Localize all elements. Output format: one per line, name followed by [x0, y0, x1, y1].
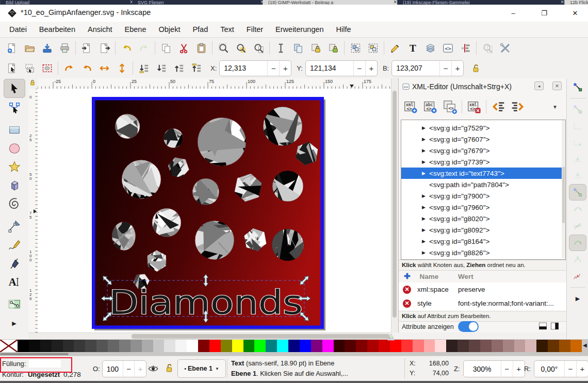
xml-tree-node[interactable]: ▶<svg:g id="g8826"> [401, 247, 562, 258]
find-icon[interactable] [479, 39, 496, 57]
palette-swatch[interactable] [435, 340, 446, 352]
tool-calligraphy[interactable] [4, 254, 25, 272]
palette-swatch[interactable] [480, 340, 492, 352]
tool-pen[interactable] [4, 217, 25, 235]
new-element-node-icon[interactable]: xml<> [401, 97, 420, 116]
expander-icon[interactable]: ▶ [422, 193, 429, 198]
zoom-selection-icon[interactable] [215, 39, 232, 57]
palette-swatch[interactable] [164, 340, 175, 352]
canvas-horizontal-scrollbar[interactable] [28, 332, 391, 340]
menu-pfad[interactable]: Pfad [186, 23, 214, 36]
undo-icon[interactable] [118, 39, 135, 57]
xml-tree-node[interactable]: ▶<svg:g id="g7900"> [401, 190, 562, 202]
rotate-ccw-icon[interactable] [60, 59, 78, 77]
palette-swatch[interactable] [254, 340, 266, 352]
tool-spiral[interactable] [4, 195, 25, 213]
xml-tree-node[interactable]: ▶<svg:g id="g7529"> [401, 122, 562, 134]
lower-one-icon[interactable] [153, 59, 170, 77]
palette-swatch[interactable] [570, 340, 582, 352]
browser-tab[interactable]: (19) GIMP-Werkstatt - Beitrag a✕ [263, 0, 401, 5]
expander-icon[interactable]: ▶ [422, 137, 429, 142]
palette-swatch[interactable] [85, 340, 96, 352]
snap-bbox-edge-midpoints-icon[interactable] [569, 151, 586, 166]
expander-icon[interactable]: ▶ [422, 171, 429, 176]
palette-swatch[interactable] [367, 340, 379, 352]
palette-swatch[interactable] [311, 340, 322, 352]
palette-swatch[interactable] [187, 340, 198, 352]
xml-tree-node[interactable]: ▶<svg:g id="g7679"> [401, 145, 562, 156]
palette-swatch[interactable] [300, 340, 311, 352]
palette-swatch[interactable] [198, 340, 209, 352]
ungroup-icon[interactable] [364, 39, 382, 57]
attribute-row[interactable]: ✕stylefont-style:normal;font-variant:... [399, 296, 567, 310]
redo-icon[interactable] [135, 39, 153, 57]
attribute-value[interactable]: font-style:normal;font-variant:... [458, 299, 554, 307]
duplicate-icon[interactable] [289, 39, 307, 57]
raise-to-top-icon[interactable] [188, 59, 205, 77]
deselect-icon[interactable] [38, 59, 56, 77]
panel-close-button[interactable]: ✕ [552, 81, 562, 90]
palette-swatch[interactable] [221, 340, 232, 352]
menu-objekt[interactable]: Objekt [153, 23, 187, 36]
duplicate-node-icon[interactable]: <> [440, 97, 460, 116]
expander-icon[interactable]: ▶ [422, 148, 429, 153]
tool-node[interactable] [4, 98, 25, 116]
tab-close-icon[interactable]: ✕ [393, 0, 397, 5]
palette-swatch[interactable] [243, 340, 255, 352]
palette-swatch[interactable] [18, 340, 29, 352]
tree-scrollbar[interactable] [562, 120, 565, 258]
zoom-page-icon[interactable] [250, 39, 267, 57]
new-document-icon[interactable] [3, 39, 21, 57]
palette-swatch[interactable] [413, 340, 424, 352]
palette-swatch[interactable] [525, 340, 536, 352]
browser-tab[interactable]: Bild Upload✕ [0, 0, 138, 5]
palette-swatch[interactable] [559, 340, 570, 352]
palette-swatch[interactable] [209, 340, 221, 352]
tool-ellipse[interactable] [4, 139, 25, 157]
canvas-page-image[interactable]: Diamonds [92, 97, 324, 329]
rotation-increment[interactable]: + [576, 361, 588, 377]
color-managed-display-icon[interactable] [386, 332, 397, 339]
palette-swatch[interactable] [74, 340, 85, 352]
unindent-node-icon[interactable] [488, 97, 508, 116]
xml-tree-node[interactable]: ▶<svg:g id="g7739"> [401, 156, 562, 168]
palette-swatch[interactable] [175, 340, 187, 352]
xml-tree-node[interactable]: ▶<svg:g id="g8092"> [401, 224, 562, 236]
palette-swatch[interactable] [458, 340, 469, 352]
palette-swatch[interactable] [514, 340, 526, 352]
xml-tree-node[interactable]: ▶<svg:g id="g7960"> [401, 202, 562, 213]
zoom-spinner[interactable]: 300% − + [463, 360, 525, 377]
paste-icon[interactable] [192, 39, 210, 57]
text-dialog-icon[interactable]: T [404, 39, 421, 57]
menu-ebene[interactable]: Ebene [119, 23, 153, 36]
attribute-name[interactable]: xml:space [417, 286, 449, 293]
palette-swatch[interactable] [130, 340, 142, 352]
palette-swatch[interactable] [153, 340, 165, 352]
tool-selector[interactable] [4, 79, 25, 98]
minimize-button[interactable]: – [501, 5, 525, 21]
decrement-button[interactable]: − [353, 61, 365, 76]
preferences-icon[interactable] [496, 39, 514, 57]
tool-text[interactable]: A [4, 273, 25, 291]
snap-enabled-icon[interactable] [569, 79, 586, 95]
snap-line-midpoints-icon[interactable] [569, 269, 586, 284]
delete-attribute-icon[interactable]: ✕ [403, 299, 411, 308]
browser-tab[interactable]: (19) Inkscape-Fliesen-Sammelei✕ [397, 0, 568, 5]
menu-ansicht[interactable]: Ansicht [81, 23, 119, 36]
palette-swatch[interactable] [29, 340, 40, 352]
snap-bounding-box-icon[interactable] [569, 102, 586, 117]
xml-tree-node[interactable]: ▶<svg:g id="g7607"> [401, 134, 562, 145]
canvas-viewport[interactable]: Diamonds [38, 89, 391, 332]
snap-nodes-paths-icon[interactable] [569, 184, 586, 201]
raise-one-icon[interactable] [170, 59, 188, 77]
import-icon[interactable] [78, 39, 95, 57]
attribute-name[interactable]: style [417, 299, 432, 307]
palette-swatch[interactable] [40, 340, 52, 352]
palette-swatch[interactable] [503, 340, 514, 352]
tool-star[interactable] [4, 158, 25, 176]
snap-bbox-centers-icon[interactable] [569, 168, 586, 183]
horizontal-ruler[interactable]: -250255075100125150175 [38, 78, 391, 89]
snap-bbox-edges-icon[interactable] [569, 118, 586, 134]
palette-swatch[interactable] [492, 340, 503, 352]
xml-tree-node[interactable]: ▶<svg:text id="text7743"> [401, 168, 562, 179]
